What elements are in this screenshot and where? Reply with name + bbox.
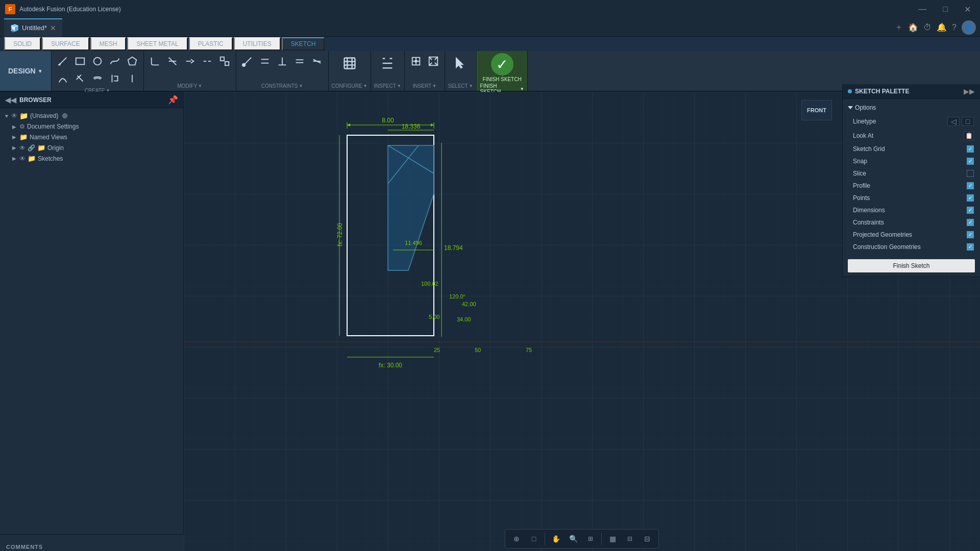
look-at-icon[interactable]: 📋: [964, 131, 974, 140]
look-at-tool[interactable]: □: [526, 532, 542, 546]
linetype-right-btn[interactable]: □: [962, 117, 974, 126]
browser-item-origin[interactable]: ▶ 👁 🔗 📁 Origin: [0, 142, 183, 153]
browser-item-named-views[interactable]: ▶ 📁 Named Views: [0, 132, 183, 142]
tangent-constraint[interactable]: [309, 53, 325, 69]
insert-tool2[interactable]: [425, 53, 442, 69]
insert-label[interactable]: INSERT ▼: [413, 82, 436, 89]
pattern-tool[interactable]: [124, 70, 140, 87]
user-avatar[interactable]: 👤: [962, 20, 976, 35]
sketch-grid-label: Sketch Grid: [853, 145, 885, 153]
select-main-tool[interactable]: [450, 53, 471, 73]
svg-rect-12: [225, 62, 229, 65]
linetype-controls: ◁ □: [947, 117, 974, 126]
trim-modify-tool[interactable]: [164, 53, 181, 69]
slice-row: Slice: [843, 167, 980, 180]
browser-panel: ◀◀ BROWSER 📌 ▼ 👁 📁 (Unsaved) ▶ ⚙ Documen…: [0, 92, 184, 551]
help-icon[interactable]: ?: [952, 23, 957, 32]
tab-close-icon[interactable]: ✕: [50, 24, 56, 32]
browser-item-unsaved[interactable]: ▼ 👁 📁 (Unsaved): [0, 110, 183, 121]
sketch-palette-header: SKETCH PALETTE ▶▶: [843, 84, 980, 99]
select-label[interactable]: SELECT ▼: [448, 82, 473, 89]
parallel-constraint[interactable]: [257, 53, 273, 69]
eye-icon[interactable]: 👁: [11, 112, 17, 119]
profile-checkbox[interactable]: [967, 182, 974, 189]
trim-tool[interactable]: [72, 70, 88, 87]
spline-tool[interactable]: [107, 53, 123, 69]
eye-icon-sketches[interactable]: 👁: [19, 155, 26, 162]
item-label-origin: Origin: [47, 144, 64, 152]
close-button[interactable]: ✕: [960, 3, 975, 16]
eye-icon-origin[interactable]: 👁: [19, 144, 26, 152]
offset-tool[interactable]: [89, 70, 106, 87]
zoom-tool[interactable]: 🔍: [565, 532, 581, 546]
add-tab-icon[interactable]: ＋: [895, 22, 903, 33]
design-button[interactable]: DESIGN ▼: [0, 51, 52, 91]
home-icon[interactable]: 🏠: [908, 22, 918, 32]
browser-item-doc-settings[interactable]: ▶ ⚙ Document Settings: [0, 121, 183, 132]
minimize-button[interactable]: —: [914, 3, 930, 16]
constraints-checkbox[interactable]: [967, 219, 974, 226]
maximize-button[interactable]: □: [939, 3, 952, 16]
orbit-tool[interactable]: ⊕: [508, 532, 525, 546]
configure-label[interactable]: CONFIGURE ▼: [332, 82, 368, 89]
active-tab[interactable]: 🧊 Untitled* ✕: [4, 18, 62, 37]
arc-tool[interactable]: [55, 70, 71, 87]
browser-item-sketches[interactable]: ▶ 👁 📁 Sketches: [0, 153, 183, 164]
grid-settings[interactable]: ⊟: [622, 532, 638, 546]
fillet-tool[interactable]: [147, 53, 163, 69]
tab-sketch[interactable]: SKETCH: [282, 37, 325, 51]
constraints-label[interactable]: CONSTRAINTS ▼: [261, 82, 303, 89]
palette-expand-icon[interactable]: ▶▶: [964, 87, 975, 95]
slice-checkbox[interactable]: [967, 170, 974, 177]
browser-arrows[interactable]: ◀◀: [5, 96, 16, 104]
construction-geo-row: Construction Geometries: [843, 241, 980, 253]
linetype-left-btn[interactable]: ◁: [947, 117, 960, 126]
gear-icon: ⚙: [19, 123, 25, 130]
rectangle-tool[interactable]: [72, 53, 88, 69]
display-settings[interactable]: ▦: [604, 532, 621, 546]
view-cube[interactable]: FRONT: [801, 100, 832, 120]
tab-surface[interactable]: SURFACE: [42, 37, 89, 51]
configure-main-tool[interactable]: [339, 53, 360, 73]
polygon-tool[interactable]: [124, 53, 140, 69]
browser-pin-icon[interactable]: 📌: [168, 95, 178, 105]
break-tool[interactable]: [199, 53, 215, 69]
snap-checkbox[interactable]: [967, 158, 974, 165]
notification-icon[interactable]: 🔔: [937, 22, 947, 32]
link-icon-origin: 🔗: [28, 144, 35, 152]
points-checkbox[interactable]: [967, 194, 974, 202]
projected-geo-checkbox[interactable]: [967, 231, 974, 238]
zoom-fit-tool[interactable]: ⊞: [582, 532, 599, 546]
app-title: Autodesk Fusion (Education License): [19, 6, 121, 13]
modify-label[interactable]: MODIFY ▼: [177, 82, 202, 89]
equal-constraint[interactable]: [291, 53, 308, 69]
coincident-constraint[interactable]: [239, 53, 256, 69]
sketch-grid-checkbox[interactable]: [967, 145, 974, 153]
inspect-main-tool[interactable]: [377, 53, 398, 73]
more-tools[interactable]: ⊟: [639, 532, 655, 546]
mirror-tool[interactable]: [107, 70, 123, 87]
line-tool[interactable]: [55, 53, 71, 69]
finish-sketch-palette-button[interactable]: Finish Sketch: [848, 259, 975, 272]
perpendicular-constraint[interactable]: [274, 53, 290, 69]
browser-title: ◀◀ BROWSER: [5, 96, 52, 104]
tab-utilities[interactable]: UTILITIES: [234, 37, 281, 51]
inspect-label[interactable]: INSPECT ▼: [374, 82, 401, 89]
pan-tool[interactable]: ✋: [548, 532, 564, 546]
construction-geo-checkbox[interactable]: [967, 243, 974, 251]
folder-icon-sketches: 📁: [28, 155, 36, 162]
circle-tool[interactable]: [89, 53, 106, 69]
extend-tool[interactable]: [182, 53, 198, 69]
configure-section: CONFIGURE ▼: [329, 51, 371, 91]
tab-solid[interactable]: SOLID: [4, 37, 41, 51]
dimensions-checkbox[interactable]: [967, 207, 974, 214]
finish-sketch-toolbar-button[interactable]: FINISH SKETCH: [483, 77, 522, 82]
tab-sheet-metal[interactable]: SHEET METAL: [127, 37, 187, 51]
tab-mesh[interactable]: MESH: [90, 37, 127, 51]
options-header[interactable]: Options: [843, 101, 980, 114]
constraints-icons: [239, 53, 325, 69]
scale-tool[interactable]: [216, 53, 233, 69]
insert-tool1[interactable]: [408, 53, 424, 69]
history-icon[interactable]: ⏱: [923, 23, 932, 32]
tab-plastic[interactable]: PLASTIC: [189, 37, 233, 51]
